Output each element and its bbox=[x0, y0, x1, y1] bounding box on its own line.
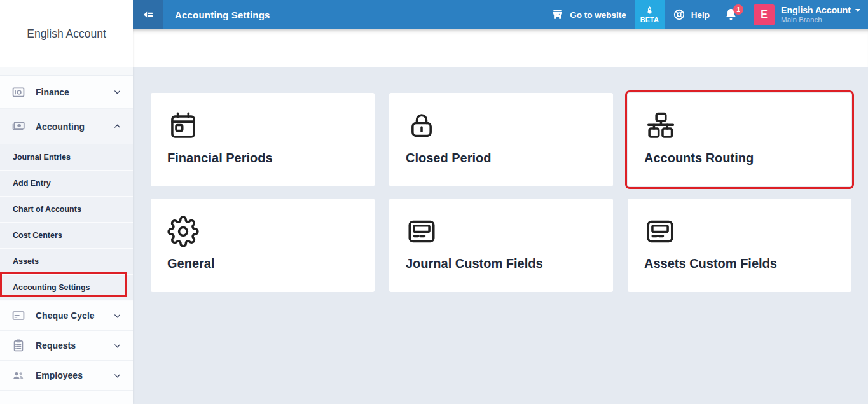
card-label: Accounts Routing bbox=[644, 151, 839, 165]
sidebar: English Account Finance Accounting bbox=[0, 0, 133, 404]
sidebar-item-label: Cheque Cycle bbox=[36, 310, 95, 321]
topbar: Accounting Settings Go to website B bbox=[133, 0, 868, 29]
sidebar-divider bbox=[0, 67, 133, 76]
sidebar-item-label: Requests bbox=[36, 340, 76, 351]
app-window: English Account Finance Accounting bbox=[0, 0, 868, 404]
card-assets-custom-fields[interactable]: Assets Custom Fields bbox=[628, 199, 851, 292]
card-label: Closed Period bbox=[406, 151, 600, 165]
card-general[interactable]: General bbox=[151, 199, 375, 292]
account-menu[interactable]: E English Account Main Branch bbox=[754, 4, 868, 25]
chevron-up-icon bbox=[113, 122, 121, 130]
sidebar-item-employees[interactable]: Employees bbox=[0, 361, 133, 391]
safe-icon bbox=[11, 85, 25, 99]
chevron-down-icon bbox=[113, 342, 121, 350]
banknote-icon bbox=[11, 120, 25, 134]
sidebar-subitem-chart-of-accounts[interactable]: Chart of Accounts bbox=[0, 197, 133, 223]
chevron-down-icon bbox=[113, 312, 121, 320]
collapse-sidebar-button[interactable] bbox=[133, 0, 163, 29]
sidebar-subitem-accounting-settings[interactable]: Accounting Settings bbox=[0, 275, 133, 301]
card-accounts-routing[interactable]: Accounts Routing bbox=[628, 93, 851, 186]
card-label: General bbox=[167, 256, 362, 271]
help-label: Help bbox=[691, 10, 710, 20]
sidebar-subitem-assets[interactable]: Assets bbox=[0, 249, 133, 275]
sidebar-item-label: Finance bbox=[36, 87, 69, 97]
topbar-right: Go to website BETA Help bbox=[551, 0, 868, 29]
notifications-button[interactable]: 1 bbox=[724, 7, 738, 22]
account-name: English Account bbox=[781, 5, 851, 15]
sidebar-subitem-cost-centers[interactable]: Cost Centers bbox=[0, 223, 133, 249]
card-label: Assets Custom Fields bbox=[644, 256, 839, 271]
toolbar-strip bbox=[133, 29, 868, 67]
card-label: Journal Custom Fields bbox=[406, 256, 600, 271]
settings-cards-grid: Financial Periods Closed Period bbox=[151, 93, 851, 292]
custom-fields-icon bbox=[406, 216, 437, 247]
card-financial-periods[interactable]: Financial Periods bbox=[151, 93, 375, 186]
collapse-sidebar-icon bbox=[141, 8, 155, 22]
clipboard-icon bbox=[11, 338, 25, 352]
sidebar-subitem-journal-entries[interactable]: Journal Entries bbox=[0, 144, 133, 171]
go-to-website-link[interactable]: Go to website bbox=[551, 8, 626, 21]
card-label: Financial Periods bbox=[167, 151, 362, 165]
sidebar-subitem-add-entry[interactable]: Add Entry bbox=[0, 171, 133, 197]
help-link[interactable]: Help bbox=[673, 8, 710, 21]
chevron-down-icon bbox=[113, 88, 121, 96]
storefront-icon bbox=[551, 8, 564, 21]
accounting-submenu: Journal Entries Add Entry Chart of Accou… bbox=[0, 144, 133, 301]
content-area: Financial Periods Closed Period bbox=[133, 67, 868, 404]
beta-label: BETA bbox=[640, 16, 659, 24]
notification-badge: 1 bbox=[733, 4, 743, 15]
sidebar-item-label: Accounting bbox=[36, 122, 85, 132]
main-area: Accounting Settings Go to website B bbox=[133, 0, 868, 404]
sidebar-item-label: Employees bbox=[36, 370, 83, 380]
rocket-icon bbox=[645, 6, 654, 15]
avatar: E bbox=[754, 4, 775, 25]
page-title: Accounting Settings bbox=[175, 10, 270, 20]
sidebar-item-organizational[interactable]: Organizational bbox=[0, 391, 133, 404]
card-journal-custom-fields[interactable]: Journal Custom Fields bbox=[389, 199, 613, 292]
calendar-icon bbox=[167, 110, 199, 142]
custom-fields-icon bbox=[644, 216, 676, 247]
help-icon bbox=[673, 8, 685, 21]
cheque-icon bbox=[11, 309, 25, 323]
chevron-down-icon bbox=[855, 9, 860, 12]
sidebar-item-accounting[interactable]: Accounting bbox=[0, 109, 133, 144]
lock-icon bbox=[406, 110, 437, 142]
sitemap-icon bbox=[644, 110, 676, 142]
branch-name: Main Branch bbox=[781, 15, 860, 24]
account-text: English Account Main Branch bbox=[781, 5, 860, 24]
sidebar-item-cheque-cycle[interactable]: Cheque Cycle bbox=[0, 301, 133, 331]
chevron-down-icon bbox=[113, 372, 121, 380]
sidebar-account-name: English Account bbox=[0, 0, 133, 67]
go-to-website-label: Go to website bbox=[570, 10, 626, 20]
gear-icon bbox=[167, 216, 199, 247]
people-icon bbox=[11, 368, 25, 382]
sidebar-item-requests[interactable]: Requests bbox=[0, 331, 133, 361]
card-closed-period[interactable]: Closed Period bbox=[389, 93, 613, 186]
beta-badge[interactable]: BETA bbox=[635, 0, 665, 29]
sidebar-item-finance[interactable]: Finance bbox=[0, 76, 133, 109]
